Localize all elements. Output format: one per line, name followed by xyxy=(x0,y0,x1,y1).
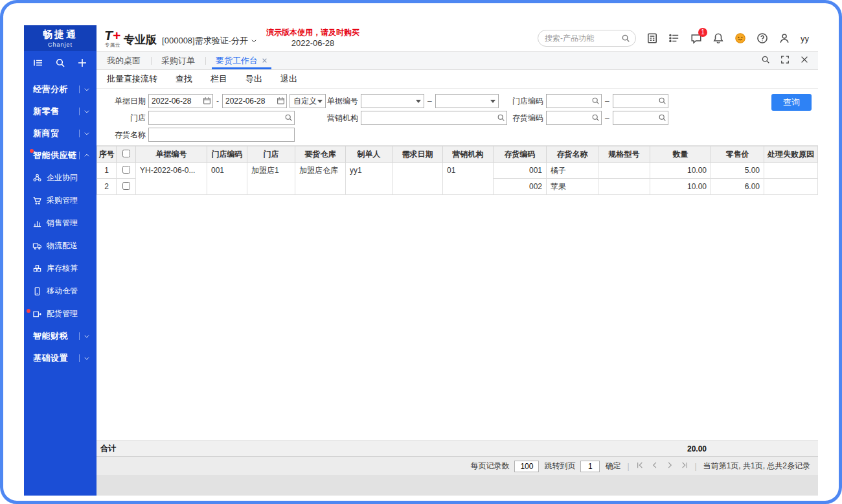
sidebar-search-icon[interactable] xyxy=(55,58,65,70)
notification-bell-icon[interactable] xyxy=(712,32,724,44)
search-icon[interactable] xyxy=(497,113,505,122)
marketing-org-input[interactable] xyxy=(361,111,507,125)
sidebar-group-business-analysis[interactable]: 经营分析 xyxy=(24,78,97,100)
user-icon[interactable] xyxy=(779,32,790,44)
first-page-icon[interactable] xyxy=(636,461,644,471)
sidebar-item-enterprise-collab[interactable]: 企业协同 xyxy=(24,166,97,189)
col-demand-date: 需求日期 xyxy=(393,146,443,163)
confirm-button[interactable]: 确定 xyxy=(605,461,620,472)
doc-no-to-select[interactable] xyxy=(435,94,499,108)
calendar-icon[interactable] xyxy=(277,97,285,105)
col-item-code: 存货编码 xyxy=(494,146,547,163)
col-item-name: 存货名称 xyxy=(547,146,598,163)
sidebar-group-basic-settings[interactable]: 基础设置 xyxy=(24,347,97,369)
doc-no-from-select[interactable] xyxy=(361,94,424,108)
tab-search-icon[interactable] xyxy=(761,55,770,66)
product-search xyxy=(538,30,636,47)
replenish-table: 序号 单据编号 门店编码 门店 要货仓库 制单人 需求日期 营销机构 存货编码 … xyxy=(97,146,818,195)
edition-label: 专业版 xyxy=(124,32,157,47)
prev-page-icon[interactable] xyxy=(651,461,659,471)
todo-list-icon[interactable] xyxy=(668,32,680,44)
columns-button[interactable]: 栏目 xyxy=(210,73,227,85)
search-icon[interactable] xyxy=(658,113,666,122)
tab-bar: 我的桌面 采购订单 要货工作台 xyxy=(97,51,818,70)
dropdown-arrow-icon xyxy=(490,100,495,103)
tab-purchase-order[interactable]: 采购订单 xyxy=(151,52,205,69)
product-brand: T+ 专属云 专业版 xyxy=(104,29,157,48)
search-icon[interactable] xyxy=(591,97,600,105)
menu-collapse-icon[interactable] xyxy=(33,58,43,70)
col-retail-price: 零售价 xyxy=(711,146,764,163)
tabbar-tools xyxy=(761,52,818,69)
cell-qty: 10.00 xyxy=(650,163,711,179)
calendar-icon[interactable] xyxy=(203,97,211,105)
sidebar-item-purchase-management[interactable]: 采购管理 xyxy=(24,189,97,212)
sidebar-item-inventory-accounting[interactable]: 库存核算 xyxy=(24,257,97,280)
store-input[interactable] xyxy=(148,111,295,125)
find-button[interactable]: 查找 xyxy=(176,73,192,85)
next-page-icon[interactable] xyxy=(666,461,674,471)
app-grid-icon[interactable] xyxy=(646,32,658,44)
tab-my-desktop[interactable]: 我的桌面 xyxy=(97,52,151,69)
purchase-cart-icon xyxy=(32,196,42,205)
search-icon[interactable] xyxy=(658,97,666,105)
sidebar-group-smart-supply-chain[interactable]: 智能供应链 xyxy=(24,144,97,166)
cell-checkbox xyxy=(117,163,136,179)
app-window: 畅捷通 Chanjet 经营分析 新零售 新商贸 xyxy=(0,0,842,504)
sidebar: 畅捷通 Chanjet 经营分析 新零售 新商贸 xyxy=(24,25,97,496)
cell-checkbox xyxy=(117,179,136,195)
sidebar-group-new-retail[interactable]: 新零售 xyxy=(24,100,97,122)
sidebar-item-sales-management[interactable]: 销售管理 xyxy=(24,212,97,235)
export-button[interactable]: 导出 xyxy=(245,73,262,85)
chevron-down-icon xyxy=(84,86,90,93)
add-new-icon[interactable] xyxy=(77,58,87,70)
sidebar-item-allocation-management[interactable]: 配货管理 xyxy=(24,303,97,325)
sidebar-item-mobile-warehouse[interactable]: 移动仓管 xyxy=(24,280,97,303)
chevron-down-icon xyxy=(84,355,90,361)
row-checkbox[interactable] xyxy=(122,166,130,174)
cell-item-code: 001 xyxy=(494,163,547,179)
date-mode-select[interactable]: 自定义 xyxy=(290,94,326,108)
message-icon[interactable]: 1 xyxy=(690,32,702,44)
close-icon[interactable] xyxy=(800,55,809,66)
dropdown-arrow-icon xyxy=(416,100,421,103)
sidebar-item-logistics-delivery[interactable]: 物流配送 xyxy=(24,235,97,257)
page-nav xyxy=(636,461,688,471)
totals-qty: 20.00 xyxy=(650,441,711,456)
mascot-assistant-icon[interactable] xyxy=(734,32,746,44)
sidebar-menu: 经营分析 新零售 新商贸 智能供应链 企业 xyxy=(24,76,97,496)
brand-logo-cn: 畅捷通 xyxy=(43,29,78,41)
search-icon[interactable] xyxy=(284,113,293,122)
sidebar-group-new-trade[interactable]: 新商贸 xyxy=(24,122,97,144)
select-all-checkbox[interactable] xyxy=(122,150,130,157)
batch-direct-transfer-button[interactable]: 批量直接流转 xyxy=(107,73,157,85)
fullscreen-icon[interactable] xyxy=(780,55,790,66)
truck-icon xyxy=(32,241,42,251)
tab-close-icon[interactable] xyxy=(262,56,267,65)
notification-dot xyxy=(27,309,30,313)
account-selector[interactable]: [000008]需求验证-分开 xyxy=(162,35,257,47)
cell-fail-reason xyxy=(764,179,818,195)
sidebar-group-smart-finance-tax[interactable]: 智能财税 xyxy=(24,325,97,347)
cell-item-name: 苹果 xyxy=(547,179,598,195)
exit-button[interactable]: 退出 xyxy=(280,73,297,85)
last-page-icon[interactable] xyxy=(681,461,688,471)
cell-seq: 2 xyxy=(97,179,117,195)
item-name-input[interactable] xyxy=(148,128,295,142)
query-button[interactable]: 查询 xyxy=(771,94,812,111)
row-checkbox[interactable] xyxy=(122,182,130,190)
page-size-input[interactable] xyxy=(514,461,539,472)
help-icon[interactable] xyxy=(757,32,768,44)
cell-marketing-org: 01 xyxy=(443,163,494,195)
col-spec: 规格型号 xyxy=(598,146,650,163)
table-row[interactable]: 1 YH-2022-06-0... 001 加盟店1 加盟店仓库 yy1 01 … xyxy=(97,163,818,179)
tab-replenish-workbench[interactable]: 要货工作台 xyxy=(205,52,278,69)
goto-page-input[interactable] xyxy=(580,461,600,472)
search-icon[interactable] xyxy=(591,113,600,122)
cell-doc-no: YH-2022-06-0... xyxy=(136,163,207,195)
workbench-toolbar: 批量直接流转 查找 栏目 导出 退出 xyxy=(97,70,818,89)
dropdown-arrow-icon xyxy=(317,100,323,103)
page-summary-text: 当前第1页, 共1页, 总共2条记录 xyxy=(703,461,810,472)
col-doc-no: 单据编号 xyxy=(136,146,207,163)
marketing-org-label: 营销机构 xyxy=(327,113,358,124)
